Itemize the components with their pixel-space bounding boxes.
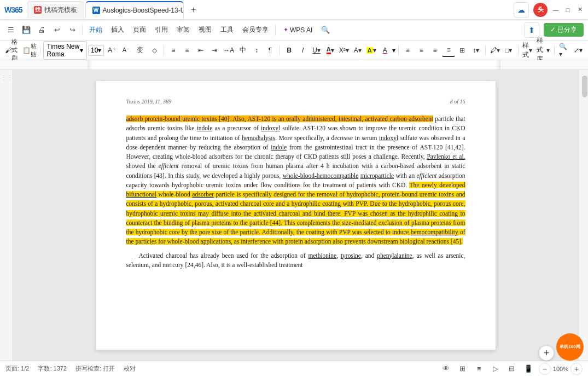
undo-button[interactable]: ↩ bbox=[50, 24, 63, 37]
chinese-layout-button[interactable]: 中 bbox=[236, 44, 249, 57]
menu-insert[interactable]: 插入 bbox=[108, 24, 127, 36]
drag-handle[interactable]: ⋮⋮ bbox=[1, 74, 12, 80]
format-painter-label: 格式刷 bbox=[11, 38, 20, 62]
tab-document-label: Auslogics-BoostSpeed-13-U bbox=[103, 7, 184, 14]
font-size-selector[interactable]: 10 ▾ bbox=[88, 45, 104, 56]
bold-button[interactable]: B bbox=[283, 44, 296, 57]
align-center-button[interactable]: ≡ bbox=[415, 44, 428, 57]
proofread-label[interactable]: 校对 bbox=[124, 365, 136, 373]
outline-button[interactable]: ≡ bbox=[473, 363, 485, 375]
underline-button[interactable]: U▾ bbox=[310, 44, 323, 57]
paste-button[interactable]: 📋 粘贴 bbox=[22, 44, 37, 57]
text-format-group: B I U▾ A▾ X²▾ A▾ A▾ A▾ bbox=[283, 44, 395, 57]
file-icon[interactable]: ☰ bbox=[4, 24, 18, 37]
align-justify-button[interactable]: ≡ bbox=[442, 44, 455, 57]
show-marks-button[interactable]: ¶ bbox=[264, 44, 277, 57]
new-tab-button[interactable]: + bbox=[187, 3, 200, 16]
tab-template-label: 找稿壳模板 bbox=[44, 5, 77, 15]
scrollbar-thumb[interactable] bbox=[582, 76, 587, 97]
font-transform-button[interactable]: 变 bbox=[133, 44, 147, 57]
app-logo-text: W365 bbox=[4, 5, 22, 14]
column-button[interactable]: ⊞ bbox=[456, 44, 469, 57]
menu-view[interactable]: 视图 bbox=[195, 24, 215, 36]
tab-template[interactable]: 找 找稿壳模板 bbox=[27, 1, 84, 19]
inline-microparticle: microparticle bbox=[360, 172, 394, 179]
tabs-area: W365 找 找稿壳模板 W Auslogics-BoostSpeed-13-U… bbox=[4, 0, 514, 19]
menu-member[interactable]: 会员专享 bbox=[239, 24, 272, 36]
inline-methionine: methionine bbox=[308, 252, 336, 259]
window-controls: ☁ 头 — □ ✕ bbox=[514, 2, 584, 18]
columns-button[interactable]: ⊟ bbox=[506, 363, 518, 375]
print-button[interactable]: 🖨 bbox=[35, 24, 48, 37]
zoom-plus-button[interactable]: + bbox=[570, 363, 583, 375]
highlight-span-2: The newly developed bifunctional whole-b… bbox=[126, 182, 465, 245]
menu-start[interactable]: 开始 bbox=[86, 24, 106, 36]
format-painter-button[interactable]: 🖌 格式刷 bbox=[3, 44, 21, 57]
font-increase-button[interactable]: A⁺ bbox=[105, 44, 118, 57]
minimize-button[interactable]: — bbox=[552, 6, 560, 14]
wps-ai-button[interactable]: ✦ WPS AI bbox=[279, 25, 317, 35]
menu-reference[interactable]: 引用 bbox=[152, 24, 171, 36]
document-text: adsorb protein-bound uremic toxins [40].… bbox=[126, 114, 465, 270]
align-left-button[interactable]: ≡ bbox=[401, 44, 414, 57]
style-button[interactable]: 样式▾ bbox=[521, 44, 534, 57]
font-color-button[interactable]: A▾ bbox=[324, 44, 337, 57]
paste-icon: 📋 bbox=[22, 47, 31, 54]
list-bullet-button[interactable]: ≡ bbox=[167, 44, 180, 57]
sort-button[interactable]: ↕ bbox=[250, 44, 263, 57]
italic-button[interactable]: I bbox=[296, 44, 310, 57]
page-header-journal: Toxins 2019, 11, 389 bbox=[126, 97, 172, 106]
close-button[interactable]: ✕ bbox=[576, 6, 584, 14]
char-shading-button[interactable]: A▾ bbox=[351, 44, 364, 57]
save-button[interactable]: 💾 bbox=[20, 24, 33, 37]
cloud-button[interactable]: ☁ bbox=[514, 2, 529, 18]
toolbar: ☰ 💾 🖨 ↩ ↪ 开始 插入 页面 引用 审阅 视图 工具 会员专享 ✦ WP… bbox=[0, 20, 588, 41]
zoom-control: − 100% + bbox=[539, 363, 583, 375]
list-number-button[interactable]: ≡ bbox=[181, 44, 194, 57]
align-right-button[interactable]: ≡ bbox=[428, 44, 441, 57]
play-button[interactable]: ▷ bbox=[490, 363, 502, 375]
clear-format-button[interactable]: ◇ bbox=[148, 44, 161, 57]
font-name-selector[interactable]: Times New Roma ▾ bbox=[43, 41, 87, 60]
spell-check-status[interactable]: 拼写检查: 打开 bbox=[75, 365, 115, 373]
indent-increase-button[interactable]: ⇥ bbox=[208, 44, 221, 57]
menu-page[interactable]: 页面 bbox=[130, 24, 149, 36]
menu-tools[interactable]: 工具 bbox=[217, 24, 237, 36]
redo-button[interactable]: ↪ bbox=[66, 24, 79, 37]
corner-logo-label: 单机100网 bbox=[558, 343, 581, 351]
mobile-button[interactable]: 📱 bbox=[522, 363, 534, 375]
superscript-button[interactable]: X²▾ bbox=[337, 44, 351, 57]
highlight-color-button[interactable]: 🖍▾ bbox=[488, 44, 502, 57]
style-gallery-button[interactable]: 样式库▾ bbox=[535, 44, 551, 57]
text-color-button2[interactable]: A bbox=[379, 44, 392, 57]
font-name-chevron: ▾ bbox=[80, 47, 83, 54]
line-spacing-button[interactable]: ↕▾ bbox=[469, 44, 482, 57]
eye-button[interactable]: 👁 bbox=[440, 363, 452, 375]
document-container[interactable]: Toxins 2019, 11, 389 8 of 16 adsorb prot… bbox=[13, 70, 578, 361]
maximize-button[interactable]: □ bbox=[564, 6, 572, 14]
format-separator-4 bbox=[398, 45, 399, 55]
font-spacing-button[interactable]: ↔A bbox=[222, 44, 236, 57]
format-separator-5 bbox=[485, 45, 486, 55]
right-scrollbar[interactable] bbox=[578, 70, 588, 361]
border-button[interactable]: □▾ bbox=[502, 44, 515, 57]
corner-logo[interactable]: 单机100网 bbox=[556, 333, 584, 361]
select-all-button[interactable]: ⤢▾ bbox=[572, 44, 585, 57]
find-button[interactable]: 🔍▾ bbox=[557, 44, 570, 57]
search-button[interactable]: 🔍 bbox=[319, 24, 332, 37]
menu-review[interactable]: 审阅 bbox=[173, 24, 193, 36]
zoom-minus-button[interactable]: − bbox=[539, 363, 551, 375]
tab-document[interactable]: W Auslogics-BoostSpeed-13-U ✕ bbox=[85, 1, 184, 19]
layout-button[interactable]: ⊞ bbox=[457, 363, 469, 375]
font-decrease-button[interactable]: A⁻ bbox=[119, 44, 132, 57]
user-avatar[interactable]: 头 bbox=[533, 3, 548, 17]
share-button[interactable]: ✓ 已分享 bbox=[544, 23, 584, 37]
paragraph-2: Activated charcoal has already been used… bbox=[126, 251, 465, 270]
corner-plus-button[interactable]: + bbox=[539, 345, 554, 361]
inline-efficient: efficient bbox=[159, 163, 179, 169]
indent-decrease-button[interactable]: ⇤ bbox=[194, 44, 207, 57]
style-label: 样式 bbox=[522, 41, 529, 60]
cloud-sync-button[interactable]: ⬆ bbox=[524, 22, 539, 38]
page-header-page: 8 of 16 bbox=[450, 97, 465, 106]
highlight-button[interactable]: A▾ bbox=[365, 44, 378, 57]
